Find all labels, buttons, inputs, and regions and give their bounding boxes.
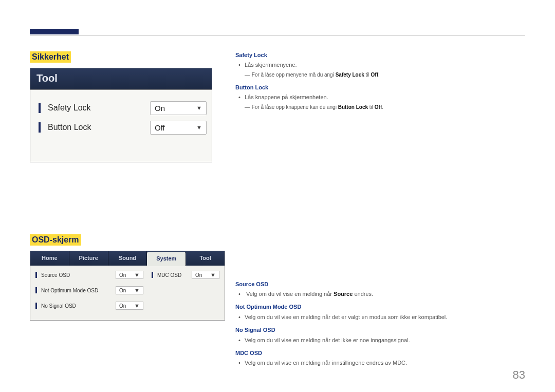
chevron-down-icon: ▼ — [210, 272, 216, 278]
nosignal-osd-dropdown[interactable]: On ▼ — [116, 302, 143, 310]
osd-tabs: Home Picture Sound System Tool — [30, 251, 225, 266]
row-marker-icon — [35, 303, 37, 309]
osd-row-nosignal: No Signal OSD On ▼ — [35, 301, 143, 311]
page-number: 83 — [513, 368, 525, 382]
row-marker-icon — [152, 272, 153, 278]
rc-bullet: Lås skjermmenyene. — [245, 61, 525, 69]
rc-bullet: Velg om du vil vise en melding når innst… — [245, 359, 525, 367]
rc-heading-notopt-osd: Not Optimum Mode OSD — [235, 303, 525, 311]
chevron-down-icon: ▼ — [196, 124, 202, 130]
source-osd-dropdown[interactable]: On ▼ — [116, 271, 143, 279]
header-navy-bar — [30, 29, 79, 34]
osd-row-source: Source OSD On ▼ — [35, 270, 143, 280]
tool-row-label: Safety Lock — [45, 103, 146, 113]
rc-bullet: Velg om du vil vise en melding når Sourc… — [245, 290, 525, 298]
osd-row-label: MDC OSD — [155, 272, 190, 278]
rc-heading-safety-lock: Safety Lock — [235, 51, 525, 59]
dropdown-value: On — [119, 288, 126, 293]
osd-row-mdc: MDC OSD On ▼ — [152, 270, 219, 280]
row-marker-icon — [35, 272, 37, 278]
dropdown-value: On — [195, 272, 202, 278]
tool-title: Tool — [30, 68, 212, 90]
tool-row-safety-lock: Safety Lock On ▼ — [35, 99, 207, 117]
tab-sound[interactable]: Sound — [108, 251, 147, 266]
section-heading-osd: OSD-skjerm — [30, 234, 81, 246]
rc-bullet: Lås knappene på skjermenheten. — [245, 94, 525, 101]
tool-screenshot: Tool Safety Lock On ▼ Button Lock — [30, 68, 212, 162]
chevron-down-icon: ▼ — [134, 287, 140, 293]
header-rule — [30, 35, 525, 35]
mdc-osd-dropdown[interactable]: On ▼ — [192, 271, 219, 279]
rc-note: For å låse opp menyene må du angi Safety… — [235, 71, 525, 79]
dropdown-value: On — [119, 272, 126, 278]
rc-heading-button-lock: Button Lock — [235, 84, 525, 91]
osd-row-label: Source OSD — [39, 272, 114, 278]
osd-row-label: No Signal OSD — [39, 303, 114, 309]
rc-heading-nosignal-osd: No Signal OSD — [235, 326, 525, 334]
safety-lock-dropdown[interactable]: On ▼ — [150, 101, 207, 115]
chevron-down-icon: ▼ — [196, 105, 202, 111]
osd-row-notopt: Not Optimum Mode OSD On ▼ — [35, 285, 143, 295]
dropdown-value: On — [119, 303, 126, 309]
tool-row-button-lock: Button Lock Off ▼ — [35, 119, 207, 136]
row-marker-icon — [39, 103, 41, 113]
row-marker-icon — [35, 287, 37, 293]
tab-home[interactable]: Home — [30, 251, 69, 266]
chevron-down-icon: ▼ — [134, 272, 140, 278]
rc-bullet: Velg om du vil vise en melding når det i… — [245, 337, 525, 344]
row-marker-icon — [39, 122, 41, 133]
tab-picture[interactable]: Picture — [69, 251, 108, 266]
button-lock-dropdown[interactable]: Off ▼ — [150, 121, 207, 135]
chevron-down-icon: ▼ — [134, 303, 140, 309]
dropdown-value: On — [155, 104, 165, 113]
rc-bullet: Velg om du vil vise en melding når det e… — [245, 313, 525, 321]
rc-heading-mdc-osd: MDC OSD — [235, 349, 525, 357]
osd-screenshot: Home Picture Sound System Tool Source OS… — [30, 251, 225, 321]
section-heading-sikkerhet: Sikkerhet — [30, 51, 71, 63]
tab-system[interactable]: System — [147, 252, 186, 266]
dropdown-value: Off — [155, 123, 165, 132]
notopt-osd-dropdown[interactable]: On ▼ — [116, 286, 143, 294]
rc-heading-source-osd: Source OSD — [235, 281, 525, 288]
tool-row-label: Button Lock — [45, 123, 146, 132]
osd-row-label: Not Optimum Mode OSD — [39, 288, 114, 293]
rc-note: For å låse opp knappene kan du angi Butt… — [235, 104, 525, 111]
tab-tool[interactable]: Tool — [186, 251, 225, 266]
